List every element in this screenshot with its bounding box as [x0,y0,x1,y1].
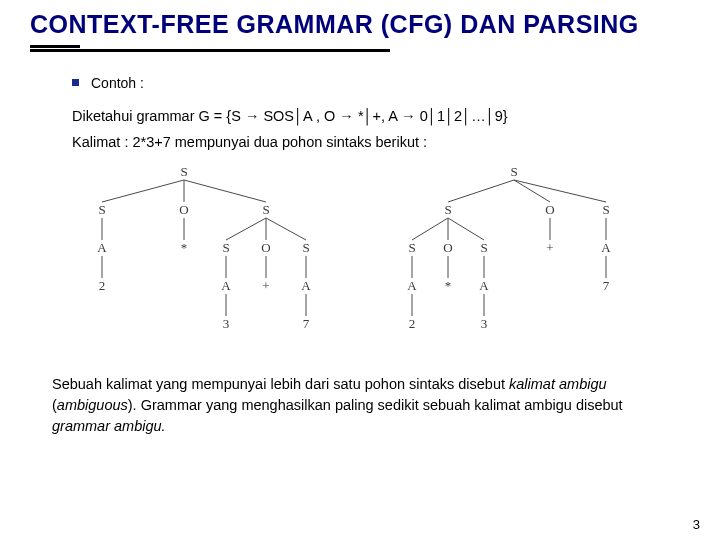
node: * [181,240,188,255]
svg-line-8 [266,218,306,240]
g-p4: +, A [373,108,402,124]
svg-line-17 [412,218,448,240]
bar-icon: │ [486,108,495,124]
node: S [408,240,415,255]
svg-line-14 [448,180,514,202]
node: O [179,202,188,217]
node: A [407,278,417,293]
node: S [480,240,487,255]
bar-icon: │ [445,108,454,124]
node: O [261,240,270,255]
node: S [302,240,309,255]
bar-icon: │ [462,108,471,124]
parse-trees: S S O S A 2 * S O S A [62,164,674,354]
svg-line-16 [514,180,606,202]
node: 7 [603,278,610,293]
g-last: 9} [495,108,508,124]
bar-icon: │ [364,108,373,124]
g-p2: A , O [303,108,339,124]
sentence-line: Kalimat : 2*3+7 mempunyai dua pohon sint… [72,131,674,153]
node: S [602,202,609,217]
parse-tree-2: S S O S S O S + A 7 A 2 [392,164,652,354]
node: + [546,240,553,255]
footer-italic-2: ambiguous [57,397,128,413]
node: A [601,240,611,255]
title-underline [0,45,720,55]
bar-icon: │ [294,108,303,124]
page-title: CONTEXT-FREE GRAMMAR (CFG) DAN PARSING [30,10,690,39]
svg-line-0 [102,180,184,202]
grammar-definition: Diketahui grammar G = {S → SOS│A , O → *… [72,105,674,127]
node: S [180,164,187,179]
node: 3 [223,316,230,331]
node: S [444,202,451,217]
footer-italic-1: kalimat ambigu [509,376,607,392]
g-ellipsis: … [471,108,486,124]
page-number: 3 [693,517,700,532]
node: S [510,164,517,179]
grammar-prefix: Diketahui grammar G = {S [72,108,245,124]
footer-paragraph: Sebuah kalimat yang mempunyai lebih dari… [0,364,720,437]
svg-line-6 [226,218,266,240]
node: 2 [409,316,416,331]
node: 2 [99,278,106,293]
bullet-label: Contoh : [91,75,144,91]
node: A [221,278,231,293]
arrow-icon: → [245,108,260,124]
g-p1: SOS [259,108,294,124]
node: O [443,240,452,255]
bar-icon: │ [428,108,437,124]
footer-text-2: ). Grammar yang menghasilkan paling sedi… [128,397,623,413]
svg-line-19 [448,218,484,240]
g-p7: 2 [454,108,462,124]
g-p5: 0 [416,108,428,124]
node: O [545,202,554,217]
node: S [98,202,105,217]
node: S [222,240,229,255]
arrow-icon: → [339,108,354,124]
node: A [97,240,107,255]
bullet-icon [72,79,79,86]
node: 3 [481,316,488,331]
node: 7 [303,316,310,331]
node: + [262,278,269,293]
arrow-icon: → [401,108,416,124]
node: S [262,202,269,217]
footer-italic-3: grammar ambigu. [52,418,166,434]
footer-text-1: Sebuah kalimat yang mempunyai lebih dari… [52,376,509,392]
node: A [301,278,311,293]
svg-line-2 [184,180,266,202]
parse-tree-1: S S O S A 2 * S O S A [62,164,322,354]
g-p3: * [354,108,364,124]
node: A [479,278,489,293]
svg-line-15 [514,180,550,202]
node: * [445,278,452,293]
g-p6: 1 [437,108,445,124]
